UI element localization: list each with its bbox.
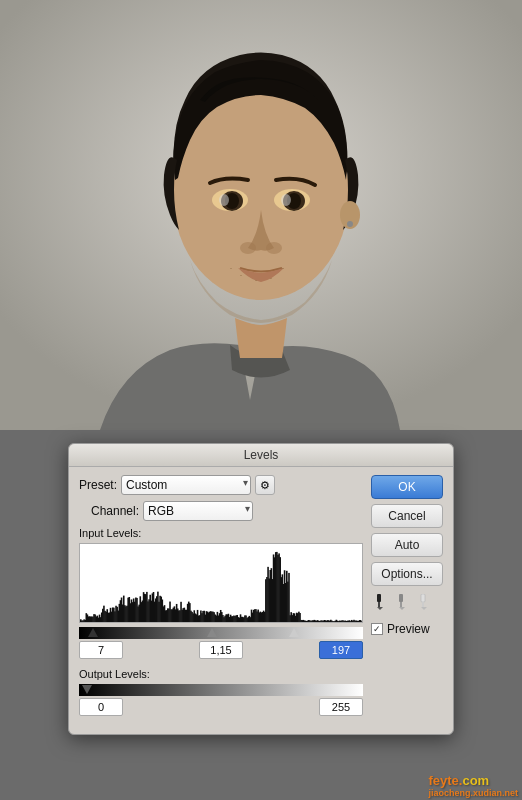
channel-select-wrapper[interactable]: RGB — [143, 501, 253, 521]
output-black-slider[interactable] — [82, 685, 92, 694]
preview-checkbox[interactable]: ✓ — [371, 623, 383, 635]
input-levels-label: Input Levels: — [79, 526, 363, 540]
dialog-right-panel: OK Cancel Auto Options... — [371, 475, 443, 724]
black-point-slider[interactable] — [88, 628, 98, 637]
midpoint-slider[interactable] — [207, 628, 217, 637]
svg-rect-18 — [270, 278, 272, 279]
svg-point-14 — [266, 242, 282, 254]
gear-icon: ⚙ — [260, 479, 270, 492]
auto-button[interactable]: Auto — [371, 533, 443, 557]
svg-rect-20 — [377, 594, 381, 602]
svg-point-12 — [281, 194, 291, 206]
dialog-title: Levels — [244, 448, 279, 462]
svg-rect-19 — [282, 268, 284, 269]
channel-row: Channel: RGB — [79, 501, 363, 521]
preset-select-wrapper[interactable]: Custom — [121, 475, 251, 495]
watermark-sub: jiaocheng.xudian.net — [428, 788, 518, 798]
cancel-button[interactable]: Cancel — [371, 504, 443, 528]
output-levels-label: Output Levels: — [79, 667, 363, 681]
watermark-site: feyte.com — [428, 773, 518, 788]
svg-rect-27 — [422, 602, 424, 607]
svg-rect-23 — [399, 594, 403, 602]
gray-eyedropper-icon[interactable] — [393, 593, 411, 611]
watermark: feyte.com jiaocheng.xudian.net — [428, 773, 518, 798]
svg-rect-24 — [400, 602, 402, 607]
svg-rect-15 — [230, 268, 232, 269]
eyedropper-row — [371, 593, 443, 611]
svg-marker-28 — [421, 607, 427, 610]
input-values-row — [79, 641, 363, 659]
svg-rect-17 — [255, 280, 257, 281]
output-white-value[interactable] — [319, 698, 363, 716]
levels-dialog: Levels Preset: Custom ⚙ Channel: — [68, 443, 454, 735]
photo-canvas — [0, 0, 522, 430]
white-eyedropper-icon[interactable] — [415, 593, 433, 611]
svg-point-11 — [219, 194, 229, 206]
ok-button[interactable]: OK — [371, 475, 443, 499]
histogram-container — [79, 543, 363, 623]
preset-label: Preset: — [79, 478, 117, 492]
preview-row: ✓ Preview — [371, 622, 443, 636]
output-slider-track[interactable] — [79, 684, 363, 696]
channel-select[interactable]: RGB — [143, 501, 253, 521]
input-black-value[interactable] — [79, 641, 123, 659]
gear-button[interactable]: ⚙ — [255, 475, 275, 495]
svg-point-4 — [347, 221, 353, 227]
input-white-value[interactable] — [319, 641, 363, 659]
options-button[interactable]: Options... — [371, 562, 443, 586]
output-black-value[interactable] — [79, 698, 123, 716]
svg-marker-25 — [399, 607, 405, 610]
svg-rect-21 — [378, 602, 380, 607]
input-mid-value[interactable] — [199, 641, 243, 659]
svg-marker-22 — [377, 607, 383, 610]
dialog-title-bar: Levels — [69, 444, 453, 467]
channel-label: Channel: — [91, 504, 139, 518]
preset-row: Preset: Custom ⚙ — [79, 475, 363, 495]
svg-rect-26 — [421, 594, 425, 602]
output-values-row — [79, 698, 363, 716]
preset-select[interactable]: Custom — [121, 475, 251, 495]
svg-point-13 — [240, 242, 256, 254]
black-eyedropper-icon[interactable] — [371, 593, 389, 611]
white-point-slider[interactable] — [289, 628, 299, 637]
svg-rect-16 — [240, 275, 242, 276]
portrait-image — [0, 0, 522, 430]
preview-label: Preview — [387, 622, 430, 636]
histogram-canvas — [80, 544, 362, 622]
input-slider-track[interactable] — [79, 627, 363, 639]
